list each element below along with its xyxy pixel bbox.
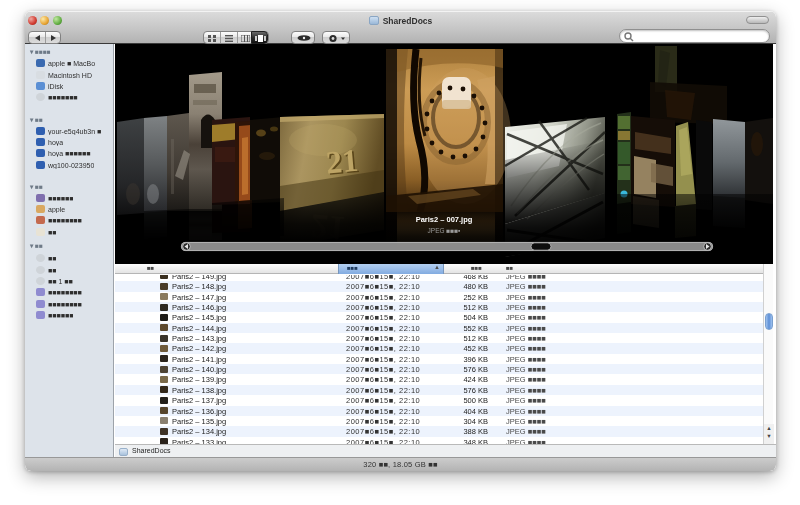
- svg-text:JPEG ■■■▪: JPEG ■■■▪: [428, 227, 461, 234]
- svg-text:21: 21: [325, 142, 360, 181]
- svg-text:Paris2 – 007.jpg: Paris2 – 007.jpg: [416, 215, 473, 224]
